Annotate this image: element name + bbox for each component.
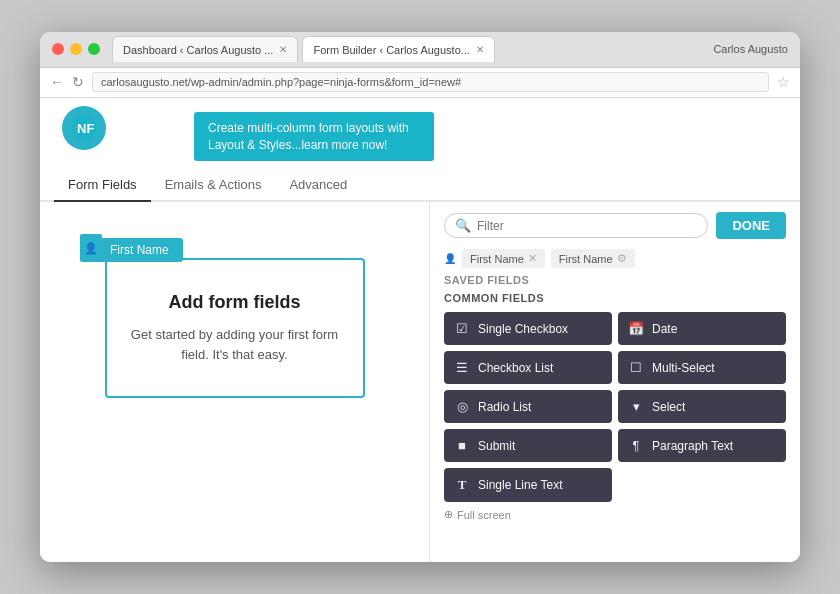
- field-label: Single Line Text: [478, 478, 563, 492]
- field-label: Radio List: [478, 400, 531, 414]
- field-button-select[interactable]: ▾ Select: [618, 390, 786, 423]
- drag-tooltip: First Name: [96, 238, 183, 262]
- fields-grid: ☑ Single Checkbox 📅 Date ☰ Checkbox List…: [444, 312, 786, 502]
- field-button-multi-select[interactable]: ☐ Multi-Select: [618, 351, 786, 384]
- field-picker-row: 👤 First Name ✕ First Name ⚙: [444, 249, 786, 268]
- select-icon: ▾: [628, 399, 644, 414]
- tab-close-icon[interactable]: ✕: [279, 44, 287, 55]
- field-label: Paragraph Text: [652, 439, 733, 453]
- field-label: Date: [652, 322, 677, 336]
- tab-advanced[interactable]: Advanced: [275, 169, 361, 202]
- field-button-date[interactable]: 📅 Date: [618, 312, 786, 345]
- tab-label: Form Builder ‹ Carlos Augusto...: [313, 44, 470, 56]
- logo-icon: NF: [62, 106, 106, 150]
- text-icon: T: [454, 477, 470, 493]
- form-empty-box: Add form fields Get started by adding yo…: [105, 258, 365, 398]
- maximize-button[interactable]: [88, 43, 100, 55]
- multi-select-icon: ☐: [628, 360, 644, 375]
- submit-icon: ■: [454, 438, 470, 453]
- main-area: 👤 First Name Add form fields Get started…: [40, 202, 800, 562]
- field-label: Submit: [478, 439, 515, 453]
- left-panel: 👤 First Name Add form fields Get started…: [40, 202, 430, 562]
- fullscreen-label: Full screen: [457, 509, 511, 521]
- field-button-radio-list[interactable]: ◎ Radio List: [444, 390, 612, 423]
- first-name-tag-2[interactable]: First Name ⚙: [551, 249, 635, 268]
- browser-window: Dashboard ‹ Carlos Augusto ... ✕ Form Bu…: [40, 32, 800, 563]
- right-panel: 🔍 DONE 👤 First Name ✕ First Name ⚙ SAVED…: [430, 202, 800, 562]
- field-button-checkbox-list[interactable]: ☰ Checkbox List: [444, 351, 612, 384]
- field-label: Multi-Select: [652, 361, 715, 375]
- filter-input[interactable]: [477, 219, 697, 233]
- field-label: Checkbox List: [478, 361, 553, 375]
- back-button[interactable]: ←: [50, 74, 64, 90]
- empty-box-title: Add form fields: [168, 292, 300, 313]
- browser-tabs: Dashboard ‹ Carlos Augusto ... ✕ Form Bu…: [112, 36, 788, 62]
- bookmark-icon[interactable]: ☆: [777, 74, 790, 90]
- browser-tab-dashboard[interactable]: Dashboard ‹ Carlos Augusto ... ✕: [112, 36, 298, 62]
- url-input[interactable]: [92, 72, 769, 92]
- tab-label: Dashboard ‹ Carlos Augusto ...: [123, 44, 273, 56]
- search-icon: 🔍: [455, 218, 471, 233]
- calendar-icon: 📅: [628, 321, 644, 336]
- empty-box-text: Get started by adding your first form fi…: [131, 325, 339, 364]
- tab-form-fields[interactable]: Form Fields: [54, 169, 151, 202]
- close-icon[interactable]: ✕: [528, 252, 537, 265]
- paragraph-icon: ¶: [628, 438, 644, 453]
- first-name-tag-1[interactable]: First Name ✕: [462, 249, 545, 268]
- common-fields-label: COMMON FIELDS: [444, 292, 786, 304]
- fullscreen-button[interactable]: ⊕ Full screen: [444, 508, 786, 521]
- page-content: NF Create multi-column form layouts with…: [40, 98, 800, 563]
- header-right: Create multi-column form layouts with La…: [124, 104, 786, 162]
- browser-tab-form-builder[interactable]: Form Builder ‹ Carlos Augusto... ✕: [302, 36, 495, 62]
- address-bar: ← ↻ ☆: [40, 68, 800, 98]
- person-icon-small: 👤: [444, 253, 456, 264]
- checkbox-icon: ☑: [454, 321, 470, 336]
- minimize-button[interactable]: [70, 43, 82, 55]
- field-button-single-line-text[interactable]: T Single Line Text: [444, 468, 612, 502]
- traffic-lights: [52, 43, 100, 55]
- field-button-submit[interactable]: ■ Submit: [444, 429, 612, 462]
- header-row: NF Create multi-column form layouts with…: [40, 98, 800, 162]
- tab-emails-actions[interactable]: Emails & Actions: [151, 169, 276, 202]
- fullscreen-icon: ⊕: [444, 508, 453, 521]
- field-label: Single Checkbox: [478, 322, 568, 336]
- done-button[interactable]: DONE: [716, 212, 786, 239]
- reload-button[interactable]: ↻: [72, 74, 84, 90]
- ninja-forms-logo: NF: [70, 114, 98, 142]
- top-banner[interactable]: Create multi-column form layouts with La…: [194, 112, 434, 162]
- filter-row: 🔍 DONE: [444, 212, 786, 239]
- svg-text:NF: NF: [77, 121, 94, 136]
- field-button-paragraph-text[interactable]: ¶ Paragraph Text: [618, 429, 786, 462]
- title-bar: Dashboard ‹ Carlos Augusto ... ✕ Form Bu…: [40, 32, 800, 68]
- filter-input-wrap: 🔍: [444, 213, 708, 238]
- tab-close-icon[interactable]: ✕: [476, 44, 484, 55]
- close-button[interactable]: [52, 43, 64, 55]
- field-button-single-checkbox[interactable]: ☑ Single Checkbox: [444, 312, 612, 345]
- field-label: Select: [652, 400, 685, 414]
- settings-icon[interactable]: ⚙: [617, 252, 627, 265]
- saved-fields-label: SAVED FIELDS: [444, 274, 786, 286]
- user-label: Carlos Augusto: [713, 43, 788, 55]
- form-tabs: Form Fields Emails & Actions Advanced: [40, 169, 800, 202]
- list-icon: ☰: [454, 360, 470, 375]
- logo-area: NF: [54, 104, 114, 150]
- radio-icon: ◎: [454, 399, 470, 414]
